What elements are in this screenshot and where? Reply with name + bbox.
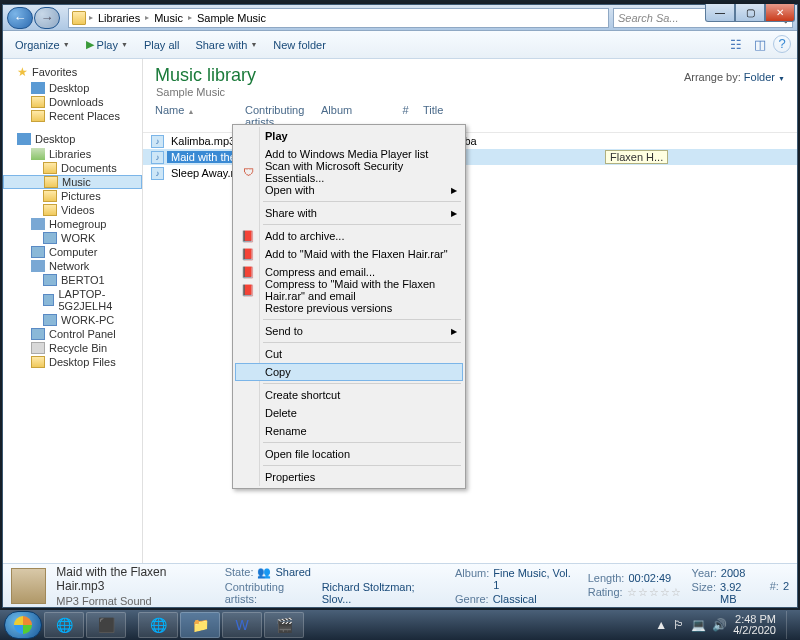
tree-videos[interactable]: Videos — [3, 203, 142, 217]
computer-icon — [43, 274, 57, 286]
col-name[interactable]: Name ▲ — [151, 102, 241, 130]
ctx-restore[interactable]: Restore previous versions — [235, 299, 463, 317]
details-filetype: MP3 Format Sound — [56, 595, 214, 607]
tree-homegroup[interactable]: Homegroup — [3, 217, 142, 231]
minimize-button[interactable]: — — [705, 4, 735, 22]
folder-icon — [72, 11, 86, 25]
organize-menu[interactable]: Organize▼ — [9, 37, 76, 53]
tree-net-laptop[interactable]: LAPTOP-5G2JELH4 — [3, 287, 142, 313]
preview-pane-button[interactable]: ◫ — [749, 35, 771, 55]
ctx-add-rar[interactable]: 📕Add to "Maid with the Flaxen Hair.rar" — [235, 245, 463, 263]
view-options-button[interactable]: ☷ — [725, 35, 747, 55]
windows-logo-icon — [14, 616, 32, 634]
ctx-add-archive[interactable]: 📕Add to archive... — [235, 227, 463, 245]
tree-recycle-bin[interactable]: Recycle Bin — [3, 341, 142, 355]
folder-icon — [43, 162, 57, 174]
taskbar-chrome2[interactable]: 🌐 — [138, 612, 178, 638]
tree-control-panel[interactable]: Control Panel — [3, 327, 142, 341]
folder-icon — [31, 110, 45, 122]
tray-up-icon[interactable]: ▲ — [655, 618, 667, 632]
user-icon — [43, 232, 57, 244]
arrange-by-menu[interactable]: Folder ▼ — [744, 71, 785, 83]
chevron-right-icon: ▸ — [188, 13, 192, 22]
breadcrumb-music[interactable]: Music — [152, 12, 185, 24]
library-subtitle: Sample Music — [156, 86, 256, 98]
back-button[interactable]: ← — [7, 7, 33, 29]
ctx-delete[interactable]: Delete — [235, 404, 463, 422]
tree-net-berto1[interactable]: BERTO1 — [3, 273, 142, 287]
ctx-open-with[interactable]: Open with▶ — [235, 181, 463, 199]
ctx-compress-rar-email[interactable]: 📕Compress to "Maid with the Flaxen Hair.… — [235, 281, 463, 299]
window-controls: — ▢ ✕ — [705, 4, 795, 22]
favorites-header[interactable]: ★Favorites — [3, 63, 142, 81]
rating-stars[interactable]: ☆☆☆☆☆ — [627, 586, 682, 599]
tree-work[interactable]: WORK — [3, 231, 142, 245]
ctx-rename[interactable]: Rename — [235, 422, 463, 440]
tree-desktop-files[interactable]: Desktop Files — [3, 355, 142, 369]
ctx-scan-mse[interactable]: 🛡Scan with Microsoft Security Essentials… — [235, 163, 463, 181]
tree-network[interactable]: Network — [3, 259, 142, 273]
tray-flag-icon[interactable]: 🏳 — [673, 618, 685, 632]
folder-icon — [31, 356, 45, 368]
tree-computer[interactable]: Computer — [3, 245, 142, 259]
folder-icon — [31, 96, 45, 108]
details-filename: Maid with the Flaxen Hair.mp3 — [56, 565, 214, 593]
shield-icon: 🛡 — [240, 164, 256, 180]
close-button[interactable]: ✕ — [765, 4, 795, 22]
maximize-button[interactable]: ▢ — [735, 4, 765, 22]
music-file-icon: ♪ — [151, 135, 164, 148]
taskbar-app[interactable]: ⬛ — [86, 612, 126, 638]
tray-clock[interactable]: 2:48 PM 4/2/2020 — [733, 614, 776, 636]
tree-desktop[interactable]: Desktop — [3, 81, 142, 95]
ctx-share-with[interactable]: Share with▶ — [235, 204, 463, 222]
taskbar-explorer[interactable]: 📁 — [180, 612, 220, 638]
library-title: Music library — [155, 65, 256, 86]
file-thumbnail — [11, 568, 46, 604]
desktop-icon — [17, 133, 31, 145]
tree-documents[interactable]: Documents — [3, 161, 142, 175]
help-button[interactable]: ? — [773, 35, 791, 53]
taskbar: 🌐 ⬛ 🌐 📁 W 🎬 ▲ 🏳 💻 🔊 2:48 PM 4/2/2020 — [0, 610, 800, 640]
tooltip: Flaxen H... — [605, 150, 668, 164]
library-header: Music library Sample Music Arrange by: F… — [143, 59, 797, 100]
system-tray: ▲ 🏳 💻 🔊 2:48 PM 4/2/2020 — [655, 611, 796, 639]
ctx-create-shortcut[interactable]: Create shortcut — [235, 386, 463, 404]
ctx-play[interactable]: Play — [235, 127, 463, 145]
forward-button[interactable]: → — [34, 7, 60, 29]
new-folder-button[interactable]: New folder — [267, 37, 332, 53]
share-with-menu[interactable]: Share with▼ — [189, 37, 263, 53]
tree-pictures[interactable]: Pictures — [3, 189, 142, 203]
taskbar-word[interactable]: W — [222, 612, 262, 638]
taskbar-app2[interactable]: 🎬 — [264, 612, 304, 638]
address-bar[interactable]: ▸ Libraries ▸ Music ▸ Sample Music — [68, 8, 609, 28]
tree-music[interactable]: Music — [3, 175, 142, 189]
tray-network-icon[interactable]: 💻 — [691, 618, 706, 632]
chevron-down-icon: ▼ — [121, 41, 128, 48]
show-desktop-button[interactable] — [786, 611, 796, 639]
breadcrumb-libraries[interactable]: Libraries — [96, 12, 142, 24]
titlebar: ← → ▸ Libraries ▸ Music ▸ Sample Music S… — [3, 5, 797, 31]
winrar-icon: 📕 — [240, 282, 256, 298]
tray-volume-icon[interactable]: 🔊 — [712, 618, 727, 632]
music-file-icon: ♪ — [151, 167, 164, 180]
ctx-properties[interactable]: Properties — [235, 468, 463, 486]
tree-net-workpc[interactable]: WORK-PC — [3, 313, 142, 327]
music-file-icon: ♪ — [151, 151, 164, 164]
ctx-send-to[interactable]: Send to▶ — [235, 322, 463, 340]
chevron-right-icon: ▶ — [451, 186, 457, 195]
breadcrumb-sample-music[interactable]: Sample Music — [195, 12, 268, 24]
tree-desktop-root[interactable]: Desktop — [3, 131, 142, 147]
ctx-cut[interactable]: Cut — [235, 345, 463, 363]
tree-recent[interactable]: Recent Places — [3, 109, 142, 123]
ctx-copy[interactable]: Copy — [235, 363, 463, 381]
network-icon — [31, 260, 45, 272]
tree-libraries[interactable]: Libraries — [3, 147, 142, 161]
taskbar-chrome[interactable]: 🌐 — [44, 612, 84, 638]
ctx-open-file-location[interactable]: Open file location — [235, 445, 463, 463]
tree-downloads[interactable]: Downloads — [3, 95, 142, 109]
context-menu: Play Add to Windows Media Player list 🛡S… — [232, 124, 466, 489]
chevron-down-icon: ▼ — [778, 75, 785, 82]
play-menu[interactable]: ▶Play▼ — [80, 36, 134, 53]
start-button[interactable] — [4, 611, 42, 639]
play-all-button[interactable]: Play all — [138, 37, 185, 53]
